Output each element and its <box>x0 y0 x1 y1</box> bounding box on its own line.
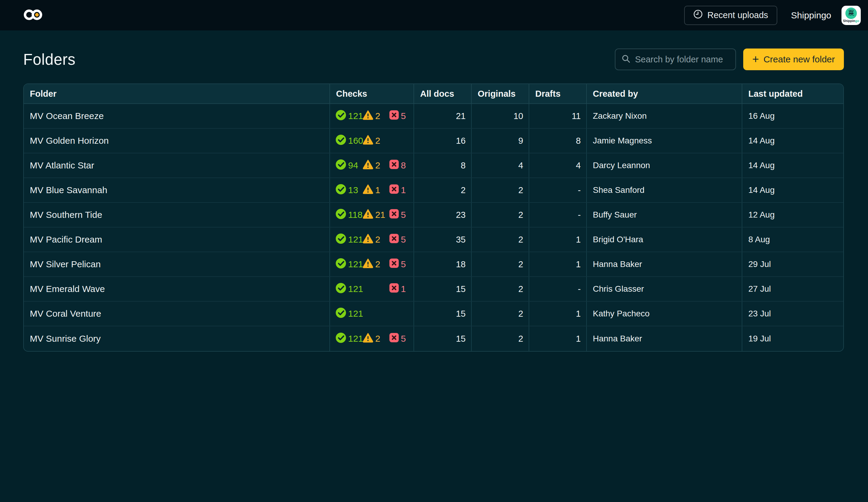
create-new-folder-label: Create new folder <box>763 54 835 64</box>
checks-errors: 5 <box>389 333 406 345</box>
table-row[interactable]: MV Ocean Breeze 121 <box>24 104 843 129</box>
originals-value: 2 <box>472 277 529 301</box>
checks-warnings: 1 <box>363 184 389 197</box>
last-updated-value: 14 Aug <box>742 129 843 153</box>
folder-name: MV Ocean Breeze <box>24 104 330 128</box>
table-row[interactable]: MV Blue Savannah 13 <box>24 178 843 203</box>
created-by-value: Chris Glasser <box>587 277 742 301</box>
column-header-last-updated: Last updated <box>742 84 843 103</box>
passed-count: 121 <box>348 259 363 269</box>
drafts-value: 4 <box>529 153 587 177</box>
all-docs-value: 2 <box>414 178 472 202</box>
warning-icon <box>363 134 373 147</box>
checks-cell: 94 2 <box>330 153 414 177</box>
create-new-folder-button[interactable]: + Create new folder <box>743 49 844 70</box>
column-header-all-docs: All docs <box>414 84 472 103</box>
originals-value: 2 <box>472 302 529 326</box>
originals-value: 10 <box>472 104 529 128</box>
folder-name: MV Pacific Dream <box>24 228 330 252</box>
passed-count: 13 <box>348 185 358 195</box>
drafts-value: 1 <box>529 228 587 252</box>
drafts-value: 11 <box>529 104 587 128</box>
errors-count: 1 <box>401 185 406 195</box>
avatar-label: Shippingo <box>843 19 859 23</box>
clock-icon <box>693 9 703 21</box>
last-updated-value: 12 Aug <box>742 203 843 227</box>
recent-uploads-button[interactable]: Recent uploads <box>684 6 777 25</box>
created-by-value: Hanna Baker <box>587 252 742 276</box>
column-header-created-by: Created by <box>587 84 742 103</box>
warnings-count: 21 <box>375 210 385 220</box>
warning-icon <box>363 209 373 221</box>
folder-name: MV Atlantic Star <box>24 153 330 177</box>
errors-count: 5 <box>401 210 406 220</box>
checks-passed: 160 <box>335 134 363 147</box>
all-docs-value: 18 <box>414 252 472 276</box>
error-icon <box>389 258 399 270</box>
originals-value: 4 <box>472 153 529 177</box>
folder-name: MV Blue Savannah <box>24 178 330 202</box>
table-row[interactable]: MV Emerald Wave 121 <box>24 277 843 302</box>
errors-count: 1 <box>401 284 406 294</box>
all-docs-value: 8 <box>414 153 472 177</box>
drafts-value: - <box>529 277 587 301</box>
passed-count: 121 <box>348 334 363 344</box>
warnings-count: 2 <box>375 136 380 146</box>
table-row[interactable]: MV Pacific Dream 121 <box>24 228 843 252</box>
check-badge-icon <box>335 283 346 296</box>
passed-count: 118 <box>348 210 363 220</box>
folder-name: MV Sunrise Glory <box>24 326 330 351</box>
checks-warnings: 2 <box>363 332 389 345</box>
drafts-value: - <box>529 178 587 202</box>
created-by-value: Shea Sanford <box>587 178 742 202</box>
all-docs-value: 15 <box>414 277 472 301</box>
table-row[interactable]: MV Golden Horizon 160 <box>24 129 843 153</box>
all-docs-value: 15 <box>414 302 472 326</box>
drafts-value: 1 <box>529 252 587 276</box>
checks-warnings: 2 <box>363 159 389 172</box>
checks-passed: 13 <box>335 184 363 197</box>
passed-count: 121 <box>348 284 363 294</box>
checks-cell: 121 2 <box>330 104 414 128</box>
main-content: Folders + Create new folder Folder Check… <box>0 49 868 352</box>
avatar[interactable]: Shippingo <box>841 6 861 25</box>
shippingo-logo-circle <box>845 8 857 19</box>
checks-errors: 5 <box>389 258 406 270</box>
error-icon <box>389 233 399 245</box>
table-row[interactable]: MV Atlantic Star 94 <box>24 153 843 178</box>
originals-value: 2 <box>472 326 529 351</box>
checks-cell: 118 21 <box>330 203 414 227</box>
all-docs-value: 23 <box>414 203 472 227</box>
folder-search[interactable] <box>615 49 736 70</box>
warnings-count: 1 <box>375 185 380 195</box>
last-updated-value: 16 Aug <box>742 104 843 128</box>
search-input[interactable] <box>635 54 730 64</box>
plus-icon: + <box>752 53 759 65</box>
created-by-value: Jamie Magness <box>587 129 742 153</box>
folder-name: MV Southern Tide <box>24 203 330 227</box>
check-badge-icon <box>335 110 346 123</box>
originals-value: 2 <box>472 252 529 276</box>
check-badge-icon <box>335 184 346 197</box>
checks-errors: 5 <box>389 233 406 245</box>
infinity-logo-icon[interactable] <box>23 8 43 23</box>
checks-cell: 121 <box>330 277 414 301</box>
table-row[interactable]: MV Southern Tide 118 <box>24 203 843 228</box>
warning-icon <box>363 159 373 172</box>
table-row[interactable]: MV Silver Pelican 121 <box>24 252 843 277</box>
all-docs-value: 35 <box>414 228 472 252</box>
warning-icon <box>363 258 373 271</box>
folder-name: MV Silver Pelican <box>24 252 330 276</box>
checks-warnings: 2 <box>363 110 389 123</box>
errors-count: 5 <box>401 259 406 269</box>
created-by-value: Buffy Sauer <box>587 203 742 227</box>
error-icon <box>389 333 399 345</box>
folder-name: MV Golden Horizon <box>24 129 330 153</box>
checks-errors: 1 <box>389 283 406 295</box>
table-row[interactable]: MV Sunrise Glory 121 <box>24 326 843 351</box>
passed-count: 121 <box>348 234 363 245</box>
checks-passed: 121 <box>335 258 363 271</box>
table-row[interactable]: MV Coral Venture 121 <box>24 302 843 326</box>
last-updated-value: 14 Aug <box>742 178 843 202</box>
all-docs-value: 16 <box>414 129 472 153</box>
